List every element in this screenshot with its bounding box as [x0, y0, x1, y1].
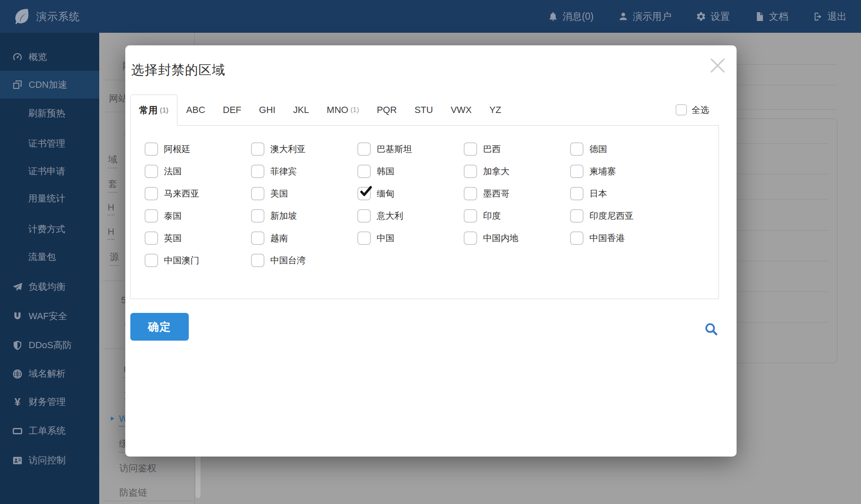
tab-GHI[interactable]: GHI — [250, 94, 284, 125]
checkbox-unchecked — [251, 187, 264, 200]
region-checkbox-巴基斯坦[interactable]: 巴基斯坦 — [357, 142, 464, 156]
bg-menu-item[interactable]: 源 — [110, 251, 119, 262]
sidebar-item-label: 访问控制 — [29, 454, 66, 467]
scrollbar-thumb[interactable] — [195, 453, 201, 498]
nav-item-messages[interactable]: 消息(0) — [548, 10, 594, 23]
bg-menu-item-label: 网站 — [109, 92, 127, 105]
nav-item-user[interactable]: 演示用户 — [618, 10, 671, 23]
region-checkbox-日本[interactable]: 日本 — [570, 187, 676, 200]
region-checkbox-柬埔寨[interactable]: 柬埔寨 — [570, 165, 676, 178]
sidebar-item-label: 财务管理 — [29, 396, 66, 408]
region-checkbox-中国澳门[interactable]: 中国澳门 — [145, 254, 251, 267]
region-checkbox-菲律宾[interactable]: 菲律宾 — [251, 165, 357, 178]
brand[interactable]: 演示系统 — [12, 6, 80, 26]
id-card-icon — [12, 455, 23, 466]
sidebar-item-usage-stats[interactable]: 用量统计 — [0, 187, 99, 210]
region-checkbox-中国内地[interactable]: 中国内地 — [464, 231, 570, 245]
bg-menu-item[interactable]: 域 — [108, 153, 117, 165]
confirm-button[interactable]: 确定 — [130, 313, 189, 341]
tab-JKL[interactable]: JKL — [284, 94, 318, 125]
search-icon[interactable] — [703, 321, 720, 338]
nav-item-docs[interactable]: 文档 — [754, 10, 788, 23]
region-checkbox-缅甸[interactable]: 缅甸 — [357, 187, 464, 200]
magnet-icon — [12, 311, 23, 322]
nav-item-logout[interactable]: 退出 — [813, 10, 847, 23]
select-all-checkbox[interactable]: 全选 — [676, 104, 709, 116]
region-checkbox-美国[interactable]: 美国 — [251, 187, 357, 200]
region-checkbox-巴西[interactable]: 巴西 — [464, 142, 570, 156]
tab-STU[interactable]: STU — [406, 94, 442, 125]
region-label: 意大利 — [377, 209, 403, 223]
sidebar-item-waf[interactable]: WAF安全 — [0, 305, 99, 328]
nav-item-label: 设置 — [710, 10, 730, 23]
brand-label: 演示系统 — [36, 10, 80, 24]
tab-常用[interactable]: 常用(1) — [130, 94, 177, 126]
region-checkbox-英国[interactable]: 英国 — [145, 231, 251, 245]
region-checkbox-韩国[interactable]: 韩国 — [357, 165, 464, 178]
region-checkbox-法国[interactable]: 法国 — [145, 165, 251, 178]
sidebar-item-dns[interactable]: 域名解析 — [0, 362, 99, 385]
tab-YZ[interactable]: YZ — [481, 94, 510, 125]
checkbox-unchecked — [570, 165, 584, 178]
checkbox-checked — [357, 187, 371, 200]
region-checkbox-泰国[interactable]: 泰国 — [145, 209, 251, 223]
sidebar-item-billing-mode[interactable]: 计费方式 — [0, 218, 99, 241]
region-checkbox-德国[interactable]: 德国 — [570, 142, 676, 156]
bg-menu-item[interactable]: 网站 — [109, 92, 127, 104]
bg-menu-item[interactable]: 访问鉴权 — [119, 462, 156, 474]
checkbox-unchecked — [251, 209, 264, 223]
tab-ABC[interactable]: ABC — [177, 94, 214, 125]
sidebar-item-cert-manage[interactable]: 证书管理 — [0, 132, 99, 155]
gear-icon — [696, 11, 706, 22]
sidebar-item-traffic-pack[interactable]: 流量包 — [0, 246, 99, 268]
nav-item-settings[interactable]: 设置 — [696, 10, 730, 23]
region-checkbox-意大利[interactable]: 意大利 — [357, 209, 464, 223]
checkbox-unchecked — [145, 209, 158, 223]
tab-count: (1) — [350, 106, 359, 114]
sidebar-item-cdn[interactable]: CDN加速 — [0, 70, 99, 99]
checkbox-unchecked — [357, 142, 371, 156]
region-checkbox-越南[interactable]: 越南 — [251, 231, 357, 245]
region-checkbox-中国香港[interactable]: 中国香港 — [570, 231, 676, 245]
bg-menu-item-label: 访问鉴权 — [119, 462, 156, 475]
region-checkbox-加拿大[interactable]: 加拿大 — [464, 165, 570, 178]
bg-menu-divider — [103, 501, 193, 501]
sidebar-item-overview[interactable]: 概览 — [0, 46, 99, 68]
region-checkbox-马来西亚[interactable]: 马来西亚 — [145, 187, 251, 200]
nav-item-label: 退出 — [827, 10, 847, 23]
sidebar-item-load-balance[interactable]: 负载均衡 — [0, 276, 99, 298]
region-checkbox-印度[interactable]: 印度 — [464, 209, 570, 223]
cdn-icon — [12, 79, 23, 90]
region-checkbox-澳大利亚[interactable]: 澳大利亚 — [251, 142, 357, 156]
sidebar-item-finance[interactable]: ¥财务管理 — [0, 391, 99, 413]
sidebar-item-tickets[interactable]: 工单系统 — [0, 420, 99, 442]
checkbox-unchecked — [464, 231, 477, 245]
bg-menu-item[interactable]: 防盗链 — [119, 486, 147, 498]
region-checkbox-中国[interactable]: 中国 — [357, 231, 464, 245]
tab-MNO[interactable]: MNO(1) — [318, 94, 368, 125]
bg-menu-item[interactable]: 套 — [108, 178, 117, 189]
sidebar-item-access-control[interactable]: 访问控制 — [0, 449, 99, 472]
tab-PQR[interactable]: PQR — [368, 94, 406, 125]
modal-title: 选择封禁的区域 — [131, 61, 225, 79]
region-label: 巴基斯坦 — [377, 142, 412, 156]
sidebar-item-ddos[interactable]: DDoS高防 — [0, 334, 99, 357]
sidebar-item-cert-apply[interactable]: 证书申请 — [0, 160, 99, 183]
tab-count: (1) — [160, 106, 169, 115]
region-checkbox-中国台湾[interactable]: 中国台湾 — [251, 254, 357, 267]
region-checkbox-印度尼西亚[interactable]: 印度尼西亚 — [570, 209, 676, 223]
sidebar-item-refresh-preheat[interactable]: 刷新预热 — [0, 102, 99, 125]
region-checkbox-墨西哥[interactable]: 墨西哥 — [464, 187, 570, 200]
select-all-label: 全选 — [692, 104, 709, 116]
bg-menu-item[interactable]: H — [108, 226, 114, 238]
region-checkbox-新加坡[interactable]: 新加坡 — [251, 209, 357, 223]
bg-menu-item[interactable]: H — [108, 202, 114, 214]
region-checkbox-阿根廷[interactable]: 阿根廷 — [145, 142, 251, 156]
tab-DEF[interactable]: DEF — [214, 94, 250, 125]
close-icon[interactable] — [708, 55, 728, 76]
top-navbar: 演示系统 消息(0)演示用户设置文档退出 — [0, 0, 861, 33]
region-label: 韩国 — [377, 165, 394, 178]
tab-VWX[interactable]: VWX — [442, 94, 481, 125]
sidebar-item-label: CDN加速 — [29, 79, 67, 91]
tab-label: ABC — [186, 105, 205, 116]
